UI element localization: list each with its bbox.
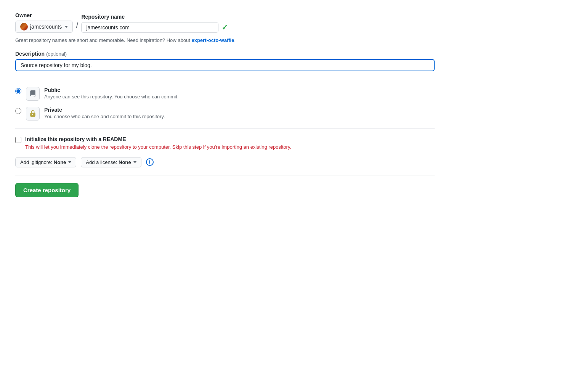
gitignore-chevron-icon bbox=[68, 161, 71, 163]
readme-checkbox[interactable] bbox=[15, 137, 21, 143]
optional-tag-text: (optional) bbox=[46, 51, 67, 57]
readme-title: Initialize this repository with a README bbox=[25, 136, 291, 142]
public-text-block: Public Anyone can see this repository. Y… bbox=[44, 87, 178, 100]
repo-name-input[interactable] bbox=[81, 22, 218, 33]
description-section: Description (optional) bbox=[15, 51, 435, 71]
owner-name: jamesrcounts bbox=[30, 24, 62, 30]
license-label-prefix: Add a license: bbox=[86, 159, 117, 165]
owner-avatar bbox=[20, 23, 28, 31]
dropdowns-row: Add .gitignore: None Add a license: None… bbox=[15, 157, 435, 167]
gitignore-dropdown[interactable]: Add .gitignore: None bbox=[15, 157, 76, 167]
private-desc: You choose who can see and commit to thi… bbox=[44, 114, 165, 119]
license-dropdown[interactable]: Add a license: None bbox=[81, 157, 141, 167]
create-repository-button[interactable]: Create repository bbox=[15, 183, 79, 197]
valid-checkmark-icon: ✓ bbox=[222, 23, 228, 32]
private-radio[interactable] bbox=[15, 108, 21, 114]
slash-separator: / bbox=[76, 21, 78, 33]
create-repo-form: Owner jamesrcounts / Repository name ✓ G… bbox=[15, 12, 435, 197]
readme-desc: This will let you immediately clone the … bbox=[25, 143, 291, 151]
private-title: Private bbox=[44, 107, 165, 113]
divider-2 bbox=[15, 128, 435, 129]
hint-text-after: . bbox=[234, 37, 236, 43]
description-label-text: Description bbox=[15, 51, 45, 57]
hint-text-before: Great repository names are short and mem… bbox=[15, 37, 191, 43]
lock-icon bbox=[26, 107, 40, 120]
description-label: Description (optional) bbox=[15, 51, 435, 57]
chevron-down-icon bbox=[65, 26, 68, 28]
license-chevron-icon bbox=[133, 161, 136, 163]
description-input[interactable] bbox=[15, 59, 435, 71]
owner-dropdown-button[interactable]: jamesrcounts bbox=[15, 21, 73, 33]
suggestion-link[interactable]: expert-octo-waffle bbox=[191, 37, 234, 43]
private-option: Private You choose who can see and commi… bbox=[15, 107, 435, 120]
owner-repo-row: Owner jamesrcounts / Repository name ✓ bbox=[15, 12, 435, 33]
book-icon bbox=[26, 87, 40, 101]
public-desc: Anyone can see this repository. You choo… bbox=[44, 94, 178, 100]
repo-name-label: Repository name bbox=[81, 14, 228, 20]
repo-name-field-group: Repository name ✓ bbox=[81, 14, 228, 33]
divider-3 bbox=[15, 175, 435, 175]
create-repo-label: Create repository bbox=[23, 187, 71, 193]
gitignore-label-prefix: Add .gitignore: bbox=[20, 159, 52, 165]
license-value: None bbox=[119, 159, 131, 165]
owner-label: Owner bbox=[15, 12, 73, 18]
divider-1 bbox=[15, 79, 435, 79]
readme-text-block: Initialize this repository with a README… bbox=[25, 136, 291, 151]
public-title: Public bbox=[44, 87, 178, 93]
public-option: Public Anyone can see this repository. Y… bbox=[15, 87, 435, 101]
owner-field-group: Owner jamesrcounts bbox=[15, 12, 73, 33]
readme-section: Initialize this repository with a README… bbox=[15, 136, 435, 151]
repo-name-input-row: ✓ bbox=[81, 22, 228, 33]
gitignore-value: None bbox=[54, 159, 66, 165]
repo-name-hint: Great repository names are short and mem… bbox=[15, 37, 435, 43]
license-info-icon[interactable]: i bbox=[146, 158, 154, 166]
private-text-block: Private You choose who can see and commi… bbox=[44, 107, 165, 119]
public-radio[interactable] bbox=[15, 88, 21, 94]
